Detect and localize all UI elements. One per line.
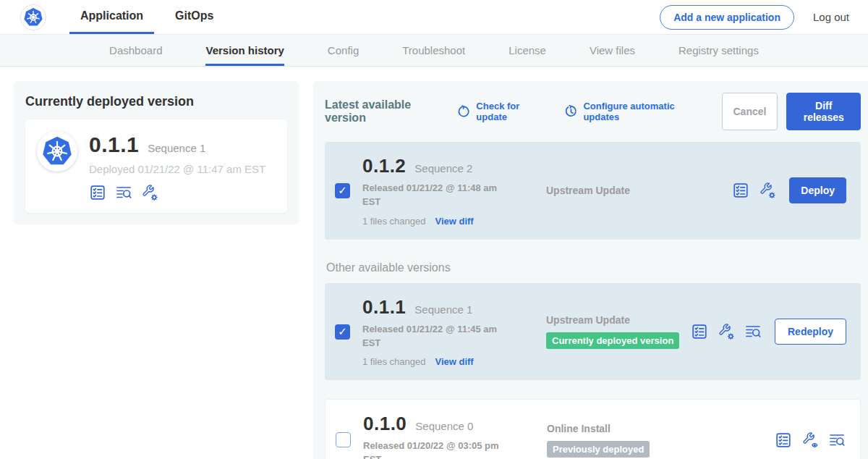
top-nav: Application GitOps Add a new application… bbox=[0, 0, 868, 35]
release-notes-icon[interactable] bbox=[115, 184, 132, 201]
version-source-label: Upstream Update bbox=[546, 314, 691, 326]
subnav-tab-version-history[interactable]: Version history bbox=[205, 35, 284, 66]
deployed-version-card: 0.1.1 Sequence 1 Deployed 01/21/22 @ 11:… bbox=[25, 119, 287, 213]
release-notes-icon[interactable] bbox=[744, 323, 762, 340]
previously-deployed-badge: Previously deployed bbox=[547, 441, 650, 458]
files-changed-label: 1 files changed bbox=[362, 216, 425, 227]
sequence-label: Sequence 0 bbox=[415, 420, 473, 432]
available-versions-header: Latest available version Check for updat… bbox=[325, 93, 861, 130]
version-checkbox[interactable]: ✓ bbox=[335, 183, 350, 198]
deployed-version-number: 0.1.1 bbox=[89, 132, 139, 157]
version-source-label: Upstream Update bbox=[546, 185, 691, 196]
edit-config-icon[interactable] bbox=[759, 182, 776, 199]
app-logo bbox=[20, 0, 46, 34]
sequence-label: Sequence 2 bbox=[414, 162, 472, 174]
view-diff-link[interactable]: View diff bbox=[435, 216, 473, 227]
other-available-versions-title: Other available versions bbox=[326, 261, 861, 274]
sequence-label: Sequence 1 bbox=[414, 303, 472, 316]
subnav-tab-view-files[interactable]: View files bbox=[590, 35, 635, 66]
subnav-tab-license[interactable]: License bbox=[509, 35, 546, 66]
subnav-tab-troubleshoot[interactable]: Troubleshoot bbox=[402, 35, 465, 66]
version-number: 0.1.2 bbox=[362, 155, 406, 177]
check-for-update-label: Check for update bbox=[476, 101, 547, 122]
version-checkbox[interactable] bbox=[336, 432, 351, 447]
latest-available-title: Latest available version bbox=[325, 98, 447, 125]
add-new-application-button[interactable]: Add a new application bbox=[660, 5, 794, 30]
kubernetes-logo-icon bbox=[37, 131, 77, 172]
top-nav-tabs: Application GitOps bbox=[69, 0, 224, 34]
preflight-checks-icon[interactable] bbox=[89, 184, 106, 201]
subnav-tab-dashboard[interactable]: Dashboard bbox=[109, 35, 162, 66]
tab-application[interactable]: Application bbox=[69, 0, 154, 34]
tab-gitops[interactable]: GitOps bbox=[164, 0, 224, 34]
main-content: Currently deployed version 0.1.1 Sequenc… bbox=[0, 67, 868, 459]
currently-deployed-badge: Currently deployed version bbox=[546, 332, 679, 349]
available-versions-panel: Latest available version Check for updat… bbox=[313, 81, 868, 459]
version-number: 0.1.0 bbox=[363, 413, 407, 435]
logout-link[interactable]: Log out bbox=[813, 11, 849, 23]
version-row-0-1-2: ✓ 0.1.2 Sequence 2 Released 01/21/22 @ 1… bbox=[325, 142, 861, 240]
release-notes-icon[interactable] bbox=[828, 431, 846, 449]
view-config-icon[interactable] bbox=[801, 431, 819, 449]
released-timestamp: Released 01/21/22 @ 11:48 am EST bbox=[362, 182, 507, 209]
currently-deployed-panel: Currently deployed version 0.1.1 Sequenc… bbox=[14, 81, 299, 224]
subnav-tab-registry-settings[interactable]: Registry settings bbox=[678, 35, 759, 66]
version-checkbox[interactable]: ✓ bbox=[335, 324, 350, 340]
preflight-checks-icon[interactable] bbox=[691, 323, 708, 340]
auto-update-icon bbox=[564, 105, 578, 119]
edit-config-icon[interactable] bbox=[718, 323, 735, 340]
deployed-timestamp: Deployed 01/21/22 @ 11:47 am EST bbox=[89, 163, 265, 175]
app-sub-nav: Dashboard Version history Config Trouble… bbox=[0, 35, 868, 67]
version-row-0-1-1: ✓ 0.1.1 Sequence 1 Released 01/21/22 @ 1… bbox=[325, 283, 861, 381]
released-timestamp: Released 01/21/22 @ 11:45 am EST bbox=[362, 323, 507, 350]
currently-deployed-title: Currently deployed version bbox=[25, 94, 287, 109]
version-row-0-1-0: 0.1.0 Sequence 0 Released 01/20/22 @ 03:… bbox=[325, 399, 861, 459]
version-source-label: Online Install bbox=[547, 423, 692, 434]
preflight-checks-icon[interactable] bbox=[775, 431, 792, 449]
deploy-button[interactable]: Deploy bbox=[789, 177, 846, 203]
view-diff-link[interactable]: View diff bbox=[435, 356, 473, 367]
deployed-sequence-label: Sequence 1 bbox=[148, 142, 205, 154]
check-update-icon bbox=[457, 105, 471, 119]
released-timestamp: Released 01/20/22 @ 03:05 pm EST bbox=[363, 439, 508, 459]
preflight-checks-icon[interactable] bbox=[732, 182, 749, 199]
top-nav-right: Add a new application Log out bbox=[660, 0, 849, 34]
configure-automatic-updates-link[interactable]: Configure automatic updates bbox=[564, 101, 704, 122]
files-changed-label: 1 files changed bbox=[362, 356, 425, 367]
diff-releases-button[interactable]: Diff releases bbox=[786, 93, 861, 130]
cancel-button[interactable]: Cancel bbox=[722, 93, 778, 130]
edit-config-icon[interactable] bbox=[141, 184, 158, 201]
check-for-update-link[interactable]: Check for update bbox=[457, 101, 547, 122]
kubernetes-logo-icon bbox=[20, 4, 46, 30]
version-number: 0.1.1 bbox=[362, 296, 406, 319]
configure-automatic-updates-label: Configure automatic updates bbox=[583, 101, 704, 122]
subnav-tab-config[interactable]: Config bbox=[328, 35, 359, 66]
redeploy-button[interactable]: Redeploy bbox=[775, 319, 846, 345]
